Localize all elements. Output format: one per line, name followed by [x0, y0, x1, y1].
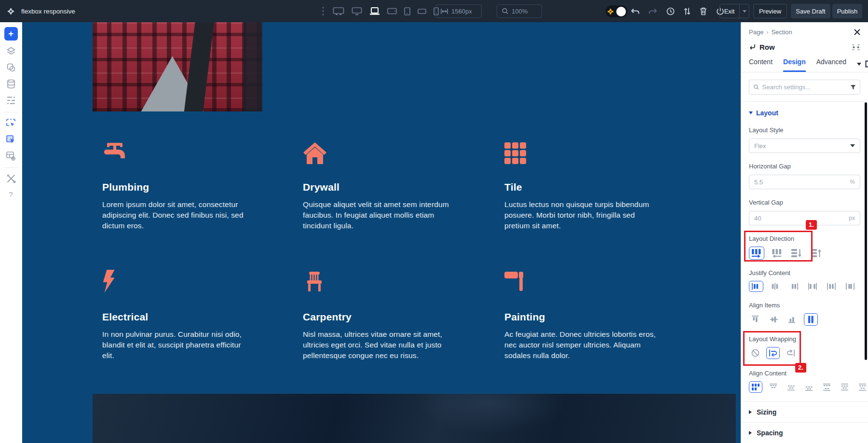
justify-flex-end-icon[interactable] — [787, 281, 801, 292]
horizontal-gap-field[interactable]: % — [749, 175, 860, 189]
align-content-center-icon[interactable] — [785, 381, 798, 393]
hero-photo-plaid-shirt[interactable] — [93, 22, 262, 111]
justify-content-label: Justify Content — [749, 269, 860, 277]
breakpoint-desktop-icon[interactable] — [352, 7, 362, 15]
vertical-gap-field[interactable]: px — [749, 211, 860, 225]
trash-icon[interactable] — [700, 7, 707, 15]
tab-advanced[interactable]: Advanced — [816, 58, 846, 72]
align-content-space-evenly-icon[interactable] — [856, 381, 868, 393]
builder-settings-gear-icon[interactable] — [7, 7, 15, 15]
breakpoint-switcher — [333, 0, 439, 22]
exit-button[interactable]: Exit — [719, 4, 749, 18]
horizontal-gap-unit[interactable]: % — [850, 179, 855, 185]
add-element-button[interactable]: + — [4, 27, 18, 41]
canvas-width-field[interactable] — [435, 4, 482, 18]
undo-icon[interactable] — [631, 8, 639, 14]
align-items-center-icon[interactable] — [767, 313, 781, 326]
publish-button[interactable]: Publish — [832, 4, 862, 18]
footer-photo-dark-suit[interactable] — [93, 394, 736, 443]
form-rows-icon[interactable] — [5, 95, 17, 106]
dark-mode-toggle[interactable] — [606, 5, 627, 17]
sizing-section-header[interactable]: Sizing — [749, 402, 860, 422]
breakpoint-laptop-icon[interactable] — [369, 7, 380, 15]
layers-icon[interactable] — [5, 45, 17, 57]
direction-column-icon[interactable] — [788, 247, 804, 260]
exit-caret-icon[interactable] — [739, 4, 749, 18]
service-description: Nisl massa, ultrices vitae ornare sit am… — [303, 329, 455, 361]
justify-space-around-icon[interactable] — [824, 281, 839, 292]
align-content-space-around-icon[interactable] — [838, 381, 852, 393]
box-outline-icon[interactable] — [865, 60, 868, 68]
canvas-zoom-input — [512, 8, 537, 15]
breakpoint-desktop-xl-icon[interactable] — [333, 7, 344, 15]
wrap-icon[interactable] — [766, 347, 780, 359]
direction-row-icon[interactable] — [749, 247, 764, 260]
element-select-alt-icon[interactable] — [5, 134, 17, 145]
history-clock-icon[interactable] — [666, 7, 675, 15]
panel-scrollbar[interactable] — [865, 102, 867, 360]
service-card-electrical[interactable]: Electrical In non pulvinar purus. Curabi… — [102, 270, 255, 361]
layout-section-title: Layout — [756, 109, 778, 117]
canvas-options-dots-icon[interactable] — [322, 7, 324, 15]
justify-center-icon[interactable] — [768, 281, 782, 292]
tabs-caret-icon[interactable] — [857, 63, 861, 66]
collapse-panel-icon[interactable] — [852, 44, 860, 51]
database-icon[interactable] — [5, 78, 17, 90]
chevron-down-icon — [749, 111, 753, 114]
service-title: Drywall — [303, 181, 455, 193]
service-card-tile[interactable]: Tile Luctus lectus non quisque turpis bi… — [504, 140, 657, 231]
align-content-flex-start-icon[interactable] — [767, 381, 780, 393]
align-content-space-between-icon[interactable] — [820, 381, 834, 393]
element-select-icon[interactable] — [5, 117, 17, 129]
service-card-drywall[interactable]: Drywall Quisque aliquet velit sit amet s… — [303, 140, 455, 231]
service-description: Lorem ipsum dolor sit amet, consectetur … — [102, 199, 255, 231]
global-styles-icon[interactable] — [5, 62, 17, 73]
direction-row-reverse-icon[interactable] — [769, 247, 784, 260]
align-items-stretch-icon[interactable] — [804, 313, 818, 326]
layout-style-select[interactable]: Flex — [749, 138, 860, 153]
save-draft-button[interactable]: Save Draft — [791, 4, 830, 18]
spacing-section-header[interactable]: Spacing — [749, 423, 860, 443]
align-items-options — [749, 313, 860, 326]
help-icon[interactable]: ? — [9, 190, 13, 198]
direction-column-reverse-icon[interactable] — [808, 247, 824, 260]
justify-space-evenly-icon[interactable] — [843, 281, 857, 292]
lightning-icon — [102, 270, 255, 294]
service-description: Luctus lectus non quisque turpis bibendu… — [504, 199, 657, 231]
tools-wrench-icon[interactable] — [5, 173, 17, 184]
justify-flex-start-icon[interactable] — [749, 281, 763, 292]
service-card-painting[interactable]: Painting Ac feugiat ante. Donec ultricie… — [504, 270, 657, 361]
filter-funnel-icon[interactable] — [851, 84, 856, 90]
breakpoint-phone-landscape-icon[interactable] — [418, 9, 426, 14]
vertical-gap-unit[interactable]: px — [849, 215, 855, 222]
back-arrow-icon[interactable] — [749, 44, 756, 50]
layout-section-header[interactable]: Layout — [749, 109, 860, 117]
breakpoint-tablet-landscape-icon[interactable] — [387, 8, 397, 14]
breadcrumb-section[interactable]: Section — [771, 28, 792, 36]
settings-search[interactable] — [749, 80, 860, 95]
search-input[interactable] — [762, 83, 847, 91]
align-content-flex-end-icon[interactable] — [802, 381, 816, 393]
settings-table-icon[interactable] — [5, 150, 17, 162]
sort-arrows-icon[interactable] — [684, 7, 691, 15]
wrap-reverse-icon[interactable] — [784, 347, 798, 359]
service-title: Painting — [504, 311, 657, 323]
layout-wrapping-group: 2. Layout Wrapping — [749, 335, 860, 359]
tab-content[interactable]: Content — [749, 58, 773, 72]
preview-button[interactable]: Preview — [753, 4, 787, 18]
zoom-magnifier-icon — [502, 8, 508, 14]
align-items-flex-start-icon[interactable] — [749, 313, 763, 326]
justify-space-between-icon[interactable] — [805, 281, 820, 292]
tab-design[interactable]: Design — [783, 58, 806, 72]
wrap-none-icon[interactable] — [749, 347, 762, 359]
breakpoint-tablet-portrait-icon[interactable] — [404, 7, 410, 15]
redo-icon[interactable] — [649, 8, 657, 14]
close-panel-icon[interactable] — [854, 29, 860, 35]
align-items-baseline-icon[interactable] — [786, 313, 800, 326]
layout-direction-options — [749, 247, 860, 260]
service-card-carpentry[interactable]: Carpentry Nisl massa, ultrices vitae orn… — [303, 270, 455, 361]
align-content-stretch-icon[interactable] — [749, 381, 762, 393]
canvas-zoom-field[interactable] — [497, 4, 542, 18]
service-card-plumbing[interactable]: Plumbing Lorem ipsum dolor sit amet, con… — [102, 140, 255, 231]
breadcrumb-page[interactable]: Page — [749, 28, 763, 36]
